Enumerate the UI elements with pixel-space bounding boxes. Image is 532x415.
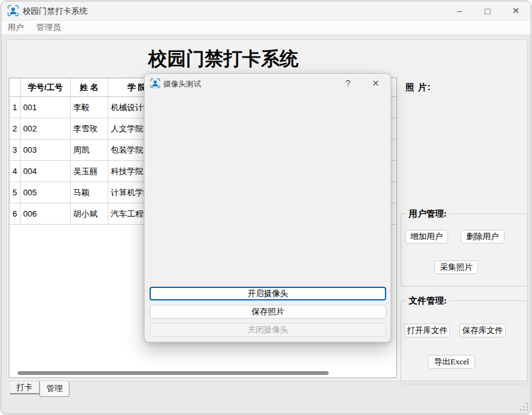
id-cell[interactable]: 003	[21, 140, 71, 160]
user-group-title: 用户管理:	[406, 208, 449, 220]
h-scrollbar[interactable]	[18, 371, 392, 376]
capture-photo-button[interactable]: 采集照片	[434, 260, 478, 274]
dialog-title: 摄像头测试	[163, 79, 201, 90]
name-cell[interactable]: 周凯	[71, 140, 108, 160]
id-cell[interactable]: 004	[21, 161, 71, 182]
window-title: 校园门禁打卡系统	[23, 6, 88, 17]
dialog-close-button[interactable]: ✕	[363, 74, 388, 93]
row-number-cell: 1	[9, 97, 21, 118]
dialog-help-button[interactable]: ?	[335, 74, 361, 93]
header-cell-name[interactable]: 姓 名	[71, 78, 108, 96]
row-number-cell: 3	[9, 140, 21, 160]
app-window: 校园门禁打卡系统 – □ ✕ 用户 管理员 校园门禁打卡系统 学号/工号 姓 名…	[1, 1, 531, 414]
save-file-button[interactable]: 保存库文件	[459, 324, 506, 337]
app-icon	[8, 5, 19, 16]
id-cell[interactable]: 002	[21, 118, 71, 139]
row-number-cell: 4	[9, 161, 21, 182]
delete-user-button[interactable]: 删除用户	[461, 230, 504, 243]
name-cell[interactable]: 李毅	[71, 97, 108, 118]
row-number-cell: 5	[9, 182, 21, 203]
dialog-titlebar: 摄像头测试 ? ✕	[145, 74, 391, 93]
minimize-button[interactable]: –	[446, 1, 473, 20]
menubar: 用户 管理员	[1, 21, 531, 35]
id-cell[interactable]: 005	[21, 182, 71, 203]
save-photo-button[interactable]: 保存照片	[150, 305, 386, 319]
camera-dialog: 摄像头测试 ? ✕ 开启摄像头 保存照片 关闭摄像头	[144, 73, 391, 342]
header-cell-id[interactable]: 学号/工号	[21, 78, 71, 96]
name-cell[interactable]: 胡小斌	[71, 203, 108, 224]
window-titlebar: 校园门禁打卡系统 – □ ✕	[1, 1, 531, 21]
size-grip[interactable]	[520, 403, 529, 412]
id-cell[interactable]: 001	[21, 97, 71, 118]
scrollbar-thumb[interactable]	[18, 371, 329, 375]
dialog-app-icon	[150, 78, 160, 88]
header-cell-corner[interactable]	[9, 78, 21, 96]
row-number-cell: 2	[9, 118, 21, 139]
close-camera-button[interactable]: 关闭摄像头	[150, 323, 386, 337]
menu-item-user[interactable]: 用户	[1, 22, 30, 33]
name-cell[interactable]: 李雪玫	[71, 118, 108, 139]
open-camera-button[interactable]: 开启摄像头	[150, 287, 386, 300]
name-cell[interactable]: 吴玉丽	[71, 161, 108, 182]
id-cell[interactable]: 006	[21, 203, 71, 224]
tab-manage[interactable]: 管理	[39, 381, 69, 397]
add-user-button[interactable]: 增加用户	[405, 230, 448, 243]
close-button[interactable]: ✕	[502, 1, 529, 20]
user-management-group: 用户管理:	[401, 213, 528, 287]
name-cell[interactable]: 马颖	[71, 182, 108, 203]
menu-item-admin[interactable]: 管理员	[30, 22, 67, 33]
tab-checkin[interactable]: 打卡	[10, 381, 39, 394]
file-management-group: 文件管理:	[401, 300, 528, 384]
camera-view	[150, 95, 386, 283]
row-number-cell: 6	[9, 203, 21, 224]
file-group-title: 文件管理:	[406, 295, 449, 307]
open-file-button[interactable]: 打开库文件	[404, 324, 450, 337]
maximize-button[interactable]: □	[474, 1, 501, 20]
export-excel-button[interactable]: 导出Excel	[428, 355, 475, 369]
page-title: 校园门禁打卡系统	[29, 46, 417, 72]
photo-label: 照 片:	[406, 82, 431, 93]
